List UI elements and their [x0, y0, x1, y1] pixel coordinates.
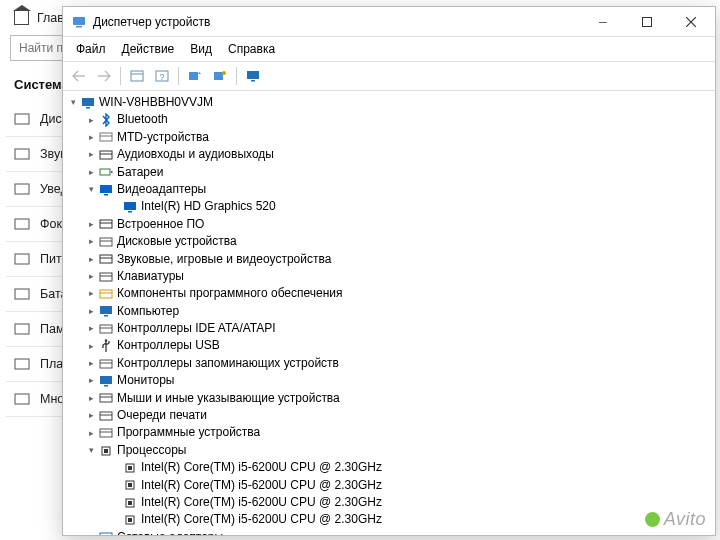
device-label: Intel(R) Core(TM) i5-6200U CPU @ 2.30GHz	[141, 459, 382, 476]
tree-device[interactable]: Intel(R) Core(TM) i5-6200U CPU @ 2.30GHz	[65, 511, 713, 528]
expand-toggle-icon[interactable]: ▸	[85, 131, 97, 144]
tree-category[interactable]: ▸Компьютер	[65, 303, 713, 320]
expand-toggle-icon[interactable]: ▸	[85, 114, 97, 127]
tree-category[interactable]: ▸Компоненты программного обеспечения	[65, 285, 713, 302]
expand-toggle-icon[interactable]: ▸	[85, 235, 97, 248]
tree-category[interactable]: ▸Дисковые устройства	[65, 233, 713, 250]
svg-rect-5	[15, 289, 29, 299]
svg-rect-44	[104, 315, 108, 317]
tree-category[interactable]: ▾Процессоры	[65, 442, 713, 459]
titlebar: Диспетчер устройств ─	[63, 7, 715, 37]
expand-toggle-icon[interactable]: ▸	[85, 357, 97, 370]
svg-rect-25	[100, 151, 112, 159]
device-label: Клавиатуры	[117, 268, 184, 285]
expand-toggle-icon[interactable]: ▸	[85, 392, 97, 405]
tree-category[interactable]: ▸Очереди печати	[65, 407, 713, 424]
tree-device[interactable]: Intel(R) Core(TM) i5-6200U CPU @ 2.30GHz	[65, 494, 713, 511]
device-label: Контроллеры запоминающих устройств	[117, 355, 339, 372]
tree-device[interactable]: Intel(R) Core(TM) i5-6200U CPU @ 2.30GHz	[65, 477, 713, 494]
device-label: Процессоры	[117, 442, 187, 459]
expand-toggle-icon[interactable]: ▸	[85, 148, 97, 161]
expand-toggle-icon[interactable]: ▾	[85, 444, 97, 457]
maximize-button[interactable]	[625, 8, 669, 36]
device-label: Intel(R) Core(TM) i5-6200U CPU @ 2.30GHz	[141, 511, 382, 528]
toolbar-help-button[interactable]: ?	[150, 65, 174, 87]
tree-category[interactable]: ▸Батареи	[65, 164, 713, 181]
tree-device[interactable]: Intel(R) Core(TM) i5-6200U CPU @ 2.30GHz	[65, 459, 713, 476]
tree-category[interactable]: ▾Видеоадаптеры	[65, 181, 713, 198]
device-label: Встроенное ПО	[117, 216, 204, 233]
device-icon	[98, 129, 114, 145]
svg-rect-37	[100, 255, 112, 263]
tree-category[interactable]: ▸Программные устройства	[65, 424, 713, 441]
expand-toggle-icon[interactable]: ▸	[85, 322, 97, 335]
expand-toggle-icon[interactable]: ▸	[85, 531, 97, 535]
menu-view[interactable]: Вид	[183, 40, 219, 58]
toolbar-separator	[236, 67, 237, 85]
svg-rect-1	[15, 149, 29, 159]
device-label: Видеоадаптеры	[117, 181, 206, 198]
tree-category[interactable]: ▸Сетевые адаптеры	[65, 529, 713, 535]
svg-rect-11	[643, 17, 652, 26]
expand-toggle-icon[interactable]: ▸	[85, 409, 97, 422]
close-button[interactable]	[669, 8, 713, 36]
tree-category[interactable]: ▸Встроенное ПО	[65, 216, 713, 233]
toolbar-back-button[interactable]	[67, 65, 91, 87]
svg-rect-6	[15, 324, 29, 334]
tree-category[interactable]: ▸Bluetooth	[65, 111, 713, 128]
tree-device[interactable]: Intel(R) HD Graphics 520	[65, 198, 713, 215]
expand-toggle-icon[interactable]: ▸	[85, 340, 97, 353]
menu-action[interactable]: Действие	[115, 40, 182, 58]
tree-category[interactable]: ▸MTD-устройства	[65, 129, 713, 146]
toolbar-scan-button[interactable]	[183, 65, 207, 87]
expand-toggle-icon[interactable]: ▾	[85, 183, 97, 196]
expand-toggle-icon[interactable]: ▸	[85, 287, 97, 300]
minimize-button[interactable]: ─	[581, 8, 625, 36]
tree-category[interactable]: ▸Звуковые, игровые и видеоустройства	[65, 251, 713, 268]
svg-rect-19	[247, 71, 259, 79]
expand-toggle-icon[interactable]: ▾	[67, 96, 79, 109]
svg-rect-31	[124, 202, 136, 210]
expand-toggle-icon[interactable]: ▸	[85, 166, 97, 179]
expand-toggle-icon[interactable]: ▸	[85, 218, 97, 231]
device-label: Аудиовходы и аудиовыходы	[117, 146, 274, 163]
tree-category[interactable]: ▸Контроллеры IDE ATA/ATAPI	[65, 320, 713, 337]
device-icon	[98, 425, 114, 441]
device-label: WIN-V8HBBH0VVJM	[99, 94, 213, 111]
settings-nav-icon	[14, 252, 30, 266]
device-icon	[122, 477, 138, 493]
expand-toggle-icon[interactable]: ▸	[85, 253, 97, 266]
svg-point-18	[222, 71, 226, 75]
tree-category[interactable]: ▸Мониторы	[65, 372, 713, 389]
tree-root[interactable]: ▾WIN-V8HBBH0VVJM	[65, 94, 713, 111]
device-tree[interactable]: ▾WIN-V8HBBH0VVJM▸Bluetooth▸MTD-устройств…	[63, 91, 715, 535]
expand-toggle-icon[interactable]: ▸	[85, 270, 97, 283]
menu-help[interactable]: Справка	[221, 40, 282, 58]
svg-point-47	[105, 339, 107, 341]
toolbar-properties-button[interactable]	[208, 65, 232, 87]
device-icon	[98, 408, 114, 424]
toolbar-monitor-button[interactable]	[241, 65, 265, 87]
svg-rect-61	[128, 466, 132, 470]
menubar: Файл Действие Вид Справка	[63, 37, 715, 62]
tree-category[interactable]: ▸Контроллеры USB	[65, 337, 713, 354]
device-label: Дисковые устройства	[117, 233, 237, 250]
tree-category[interactable]: ▸Контроллеры запоминающих устройств	[65, 355, 713, 372]
device-label: Компоненты программного обеспечения	[117, 285, 343, 302]
device-icon	[98, 251, 114, 267]
device-icon	[98, 303, 114, 319]
toolbar-view-button[interactable]	[125, 65, 149, 87]
toolbar-forward-button[interactable]	[92, 65, 116, 87]
expand-toggle-icon[interactable]: ▸	[85, 305, 97, 318]
menu-file[interactable]: Файл	[69, 40, 113, 58]
expand-toggle-icon[interactable]: ▸	[85, 374, 97, 387]
tree-category[interactable]: ▸Аудиовходы и аудиовыходы	[65, 146, 713, 163]
settings-nav-icon	[14, 287, 30, 301]
expand-toggle-icon[interactable]: ▸	[85, 427, 97, 440]
tree-category[interactable]: ▸Клавиатуры	[65, 268, 713, 285]
settings-nav-icon	[14, 217, 30, 231]
tree-category[interactable]: ▸Мыши и иные указывающие устройства	[65, 390, 713, 407]
svg-rect-32	[128, 211, 132, 213]
device-icon	[80, 95, 96, 111]
device-icon	[122, 199, 138, 215]
